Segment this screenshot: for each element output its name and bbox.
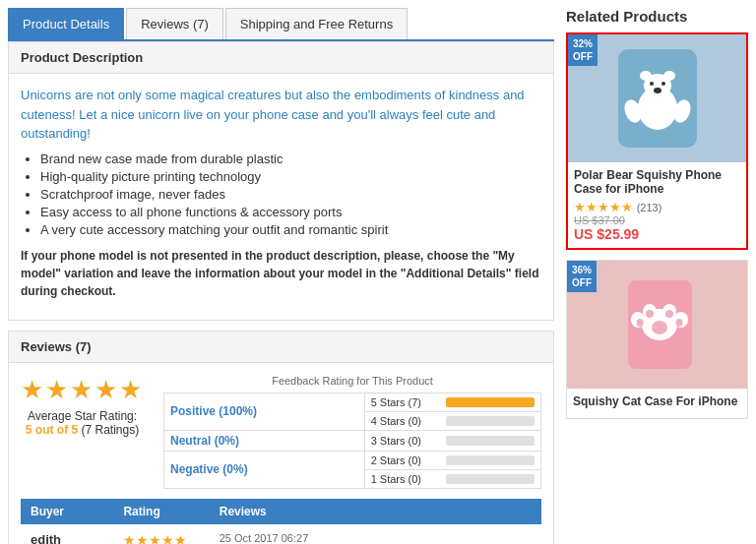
avg-count: (7 Ratings) xyxy=(82,423,140,437)
product-description-header: Product Description xyxy=(9,42,553,74)
review-date-1: 25 Oct 2017 06:27 xyxy=(220,532,532,544)
bar-fill-5 xyxy=(446,397,535,407)
bar-label-5: 5 Stars (7) xyxy=(371,396,440,408)
bar-label-4: 4 Stars (0) xyxy=(371,415,440,427)
feedback-positive-row: Positive (100%) 5 Stars (7) xyxy=(164,393,541,411)
avg-label: Average Star Rating: xyxy=(28,409,137,423)
product-stars-1: ★★★★★ xyxy=(574,200,633,214)
bear-svg xyxy=(598,44,717,152)
bar-label-3: 3 Stars (0) xyxy=(371,435,440,447)
cat-svg xyxy=(598,271,717,379)
svg-point-21 xyxy=(636,319,643,327)
table-row: edith ✓ VERIFIEDBUYER ★★★★★ 25 Oct 201 xyxy=(21,524,541,545)
reviews-header: Reviews (7) xyxy=(9,332,553,363)
bar-label-1: 1 Stars (0) xyxy=(371,473,440,485)
product-card-1[interactable]: 32%OFF xyxy=(566,32,748,250)
svg-point-22 xyxy=(675,319,682,327)
feedback-bar-3: 3 Stars (0) xyxy=(364,430,540,451)
feedback-neutral-label: Neutral (0%) xyxy=(164,430,365,451)
tab-shipping[interactable]: Shipping and Free Returns xyxy=(225,8,408,39)
avg-score: 5 out of 5 xyxy=(26,423,78,437)
svg-point-4 xyxy=(640,71,652,81)
feedback-bar-1: 1 Stars (0) xyxy=(364,469,540,488)
avg-stars-block: ★★★★★ Average Star Rating: 5 out of 5 (7… xyxy=(21,375,144,437)
reviews-section: Reviews (7) ★★★★★ Average Star Rating: 5… xyxy=(8,331,554,545)
bar-track-4 xyxy=(446,416,535,426)
svg-point-8 xyxy=(662,82,665,86)
tab-bar: Product Details Reviews (7) Shipping and… xyxy=(8,8,554,41)
sidebar: Related Products 32%OFF xyxy=(566,8,748,544)
reviews-body: ★★★★★ Average Star Rating: 5 out of 5 (7… xyxy=(9,363,553,545)
product-intro: Unicorns are not only some magical creat… xyxy=(21,86,541,144)
tab-product-details[interactable]: Product Details xyxy=(8,8,124,39)
review-table: Buyer Rating Reviews edith ✓ VERIFIEDBUY xyxy=(21,499,541,545)
product-info-1: Polar Bear Squishy Phone Case for iPhone… xyxy=(568,162,746,248)
avg-star-icons: ★★★★★ xyxy=(21,375,144,405)
rating-cell-1: ★★★★★ xyxy=(113,524,209,545)
product-price-old-1: US $37.00 xyxy=(574,214,740,226)
bar-label-2: 2 Stars (0) xyxy=(371,454,440,466)
svg-point-7 xyxy=(650,82,654,86)
discount-badge-2: 36%OFF xyxy=(567,261,597,292)
bar-track-2 xyxy=(446,455,535,465)
buyer-cell-1: edith ✓ VERIFIEDBUYER xyxy=(21,524,113,545)
bar-track-3 xyxy=(446,436,535,446)
bullet-5: A very cute accessory matching your outf… xyxy=(40,222,541,237)
feedback-title: Feedback Rating for This Product xyxy=(163,375,541,387)
svg-point-19 xyxy=(646,310,654,318)
feedback-bar-2: 2 Stars (0) xyxy=(364,451,540,469)
tab-reviews[interactable]: Reviews (7) xyxy=(126,8,223,39)
product-card-2[interactable]: 36%OFF xyxy=(566,260,748,419)
col-rating: Rating xyxy=(113,499,209,524)
bullet-4: Easy access to all phone functions & acc… xyxy=(40,205,541,219)
sidebar-title: Related Products xyxy=(566,8,748,25)
product-name-2: Squishy Cat Case For iPhone xyxy=(573,394,741,408)
product-info-2: Squishy Cat Case For iPhone xyxy=(567,389,747,418)
ratings-overview: ★★★★★ Average Star Rating: 5 out of 5 (7… xyxy=(21,375,541,489)
svg-point-18 xyxy=(652,321,667,334)
bullet-2: High-quality picture printing technology xyxy=(40,169,541,184)
feedback-positive-label: Positive (100%) xyxy=(164,393,365,430)
feedback-section: Feedback Rating for This Product Positiv… xyxy=(163,375,541,489)
feedback-bar-4: 4 Stars (0) xyxy=(364,411,540,430)
col-buyer: Buyer xyxy=(21,499,113,524)
svg-point-20 xyxy=(665,310,673,318)
product-description-body: Unicorns are not only some magical creat… xyxy=(9,74,553,320)
bullet-1: Brand new case made from durable plastic xyxy=(40,151,541,166)
product-rating-1: ★★★★★ (213) xyxy=(574,200,740,214)
product-bullets: Brand new case made from durable plastic… xyxy=(40,151,541,237)
svg-point-5 xyxy=(663,71,675,81)
review-table-header: Buyer Rating Reviews xyxy=(21,499,541,524)
product-description-section: Product Description Unicorns are not onl… xyxy=(8,41,554,321)
product-notice: If your phone model is not presented in … xyxy=(21,247,541,300)
avg-text: Average Star Rating: 5 out of 5 (7 Ratin… xyxy=(26,409,139,437)
bar-track-1 xyxy=(446,474,535,484)
buyer-name-1: edith xyxy=(31,532,103,545)
bullet-3: Scratchproof image, never fades xyxy=(40,187,541,202)
feedback-table: Positive (100%) 5 Stars (7) xyxy=(163,393,541,489)
feedback-negative-row: Negative (0%) 2 Stars (0) xyxy=(164,451,541,469)
feedback-bar-5: 5 Stars (7) xyxy=(364,393,540,411)
svg-point-6 xyxy=(654,88,662,93)
product-name-1: Polar Bear Squishy Phone Case for iPhone xyxy=(574,168,740,196)
discount-badge-1: 32%OFF xyxy=(568,34,598,66)
product-review-count-1: (213) xyxy=(637,202,662,213)
stars-1: ★★★★★ xyxy=(123,532,187,545)
product-price-new-1: US $25.99 xyxy=(574,226,740,242)
feedback-negative-label: Negative (0%) xyxy=(164,451,365,488)
feedback-neutral-row: Neutral (0%) 3 Stars (0) xyxy=(164,430,541,451)
col-reviews: Reviews xyxy=(210,499,541,524)
review-cell-1: 25 Oct 2017 06:27 very nice, thanks stor… xyxy=(210,524,541,545)
bar-track-5 xyxy=(446,397,535,407)
